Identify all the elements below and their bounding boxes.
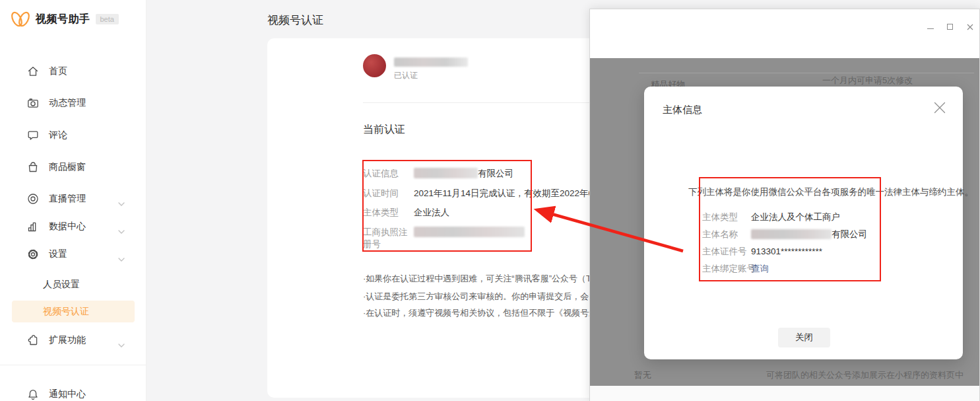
bell-icon bbox=[26, 388, 39, 401]
dimmed-empty-label: 暂无 bbox=[634, 369, 651, 381]
subject-name-redacted bbox=[751, 229, 832, 239]
avatar bbox=[363, 54, 386, 77]
camera-icon bbox=[26, 97, 39, 110]
sidebar-item-extensions[interactable]: 扩展功能 bbox=[0, 330, 147, 351]
sidebar-item-comments[interactable]: 评论 bbox=[0, 125, 147, 146]
verified-status: 已认证 bbox=[394, 70, 418, 81]
dialog-close-icon[interactable] bbox=[933, 101, 946, 114]
sidebar-item-channel-certification[interactable]: 视频号认证 bbox=[12, 301, 135, 322]
window-maximize-icon[interactable] bbox=[946, 22, 954, 31]
shopping-bag-icon bbox=[26, 161, 39, 174]
sidebar-item-settings[interactable]: 设置 bbox=[0, 244, 147, 265]
comment-bubble-icon bbox=[26, 129, 39, 142]
dialog-row-bound-account: 主体绑定账号查询 bbox=[702, 263, 769, 275]
bar-chart-icon bbox=[26, 221, 39, 233]
cert-info-redacted bbox=[414, 168, 478, 178]
dialog-intro-text: 下列主体将是你使用微信公众平台各项服务的唯一法律主体与缔约主体。 bbox=[688, 186, 973, 198]
channels-logo-icon bbox=[9, 9, 32, 29]
cert-row-subject-type: 主体类型企业法人 bbox=[363, 207, 449, 219]
chevron-down-icon[interactable] bbox=[118, 338, 125, 350]
dialog-row-subject-id: 主体证件号913301************ bbox=[702, 246, 822, 258]
sidebar-item-live[interactable]: 直播管理 bbox=[0, 188, 147, 209]
dialog-row-subject-name: 主体名称有限公司 bbox=[702, 229, 867, 240]
home-icon bbox=[26, 65, 39, 78]
live-circle-icon bbox=[26, 193, 39, 205]
dimmed-hint: 一个月内可申请5次修改 bbox=[822, 75, 913, 87]
sidebar-item-showcase[interactable]: 商品橱窗 bbox=[0, 157, 147, 178]
window-close-icon[interactable] bbox=[965, 22, 974, 31]
beta-badge: beta bbox=[96, 14, 119, 24]
sidebar-divider bbox=[0, 365, 147, 365]
cert-row-time: 认证时间2021年11月14日完成认证，有效期至2022年06月11日 bbox=[363, 188, 626, 200]
sidebar-item-notification-center[interactable]: 通知中心 bbox=[0, 384, 147, 401]
cert-row-info: 认证信息有限公司 bbox=[363, 168, 513, 180]
window-controls bbox=[926, 22, 974, 31]
chevron-down-icon[interactable] bbox=[118, 252, 125, 264]
dimmed-hint-bottom: 可将团队的相关公众号添加展示在小程序的资料页中 bbox=[766, 369, 964, 381]
app-logo-row: 视频号助手 beta bbox=[9, 9, 119, 29]
sidebar-item-personnel-settings[interactable]: 人员设置 bbox=[12, 273, 135, 295]
cert-row-license: 工商执照注册号 bbox=[363, 227, 525, 250]
note-line: ·如果你在认证过程中遇到困难，可关注“腾讯客服”公众号（Tencent_ bbox=[363, 273, 621, 285]
chevron-down-icon[interactable] bbox=[118, 197, 125, 209]
desktop-app-window: 精品好物 一个月内可申请5次修改 暂无 可将团队的相关公众号添加展示在小程序的资… bbox=[589, 9, 980, 401]
page-title: 视频号认证 bbox=[267, 13, 323, 28]
section-title: 当前认证 bbox=[363, 123, 405, 137]
subject-info-dialog: 主体信息 下列主体将是你使用微信公众平台各项服务的唯一法律主体与缔约主体。 主体… bbox=[644, 87, 963, 359]
sidebar: 视频号助手 beta 首页 动态管理 评论 商品橱窗 直播管理 bbox=[0, 0, 147, 401]
dialog-title: 主体信息 bbox=[663, 104, 702, 116]
account-name-redacted bbox=[394, 57, 468, 67]
window-minimize-icon[interactable] bbox=[926, 22, 934, 31]
puzzle-icon bbox=[26, 334, 39, 347]
sidebar-item-home[interactable]: 首页 bbox=[0, 61, 147, 82]
sidebar-item-data-center[interactable]: 数据中心 bbox=[0, 216, 147, 237]
gear-icon bbox=[26, 248, 39, 261]
chevron-down-icon[interactable] bbox=[118, 225, 125, 237]
sidebar-item-moments[interactable]: 动态管理 bbox=[0, 92, 147, 114]
license-number-redacted bbox=[414, 227, 525, 237]
app-title: 视频号助手 bbox=[36, 13, 90, 26]
query-link[interactable]: 查询 bbox=[751, 264, 769, 273]
dimmed-divider bbox=[639, 73, 974, 73]
close-button[interactable]: 关闭 bbox=[778, 328, 830, 347]
dialog-row-subject-type: 主体类型企业法人及个体工商户 bbox=[702, 211, 840, 223]
window-bottom-strip bbox=[590, 386, 979, 401]
